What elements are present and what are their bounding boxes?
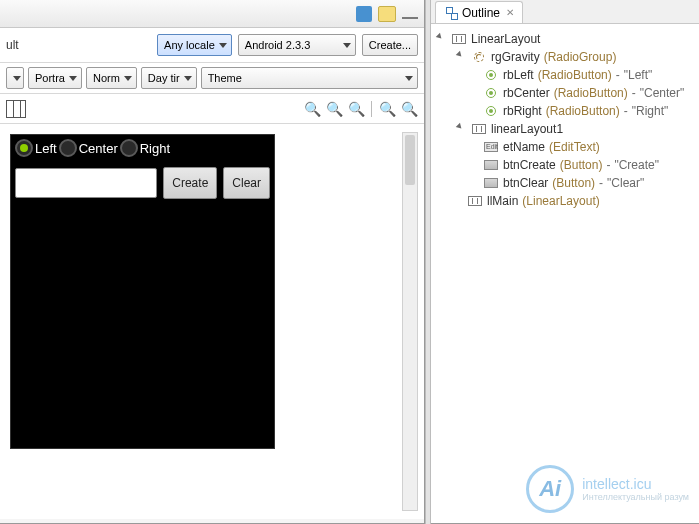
zoom-100-icon[interactable]: 🔍: [347, 100, 365, 118]
config-row-2: Portra Norm Day tir Theme: [0, 63, 424, 94]
theme-value: Theme: [208, 72, 242, 84]
tree-node-rbRight[interactable]: rbRight (RadioButton) - "Right": [435, 102, 695, 120]
outline-icon: [444, 6, 458, 20]
zoom-fit-icon[interactable]: 🔍: [325, 100, 343, 118]
config-row-1: ult Any locale Android 2.3.3 Create...: [0, 28, 424, 63]
close-icon[interactable]: ✕: [506, 7, 514, 18]
config-label-ult: ult: [6, 38, 19, 52]
btnCreate-button[interactable]: Create: [163, 167, 217, 199]
radio-left[interactable]: Left: [15, 139, 57, 157]
radio-left-indicator: [15, 139, 33, 157]
node-name: btnCreate: [503, 158, 556, 172]
node-name: LinearLayout: [471, 32, 540, 46]
expander-icon[interactable]: [455, 51, 467, 63]
node-type: (Button): [560, 158, 603, 172]
tree-node-btnCreate[interactable]: btnCreate (Button) - "Create": [435, 156, 695, 174]
misc-combo-1[interactable]: [6, 67, 24, 89]
tree-node-rgGravity[interactable]: rgGravity (RadioGroup): [435, 48, 695, 66]
tree-node-llMain[interactable]: llMain (LinearLayout): [435, 192, 695, 210]
canvas-scrollbar[interactable]: [402, 132, 418, 511]
tree-node-linearLayout1[interactable]: linearLayout1: [435, 120, 695, 138]
node-name: linearLayout1: [491, 122, 563, 136]
theme-combo[interactable]: Theme: [201, 67, 418, 89]
btnClear-label: Clear: [232, 176, 261, 190]
zoom-out-icon[interactable]: 🔍: [400, 100, 418, 118]
uimode-combo[interactable]: Norm: [86, 67, 137, 89]
chevron-down-icon: [219, 43, 227, 48]
etName-input[interactable]: [15, 168, 157, 198]
radio-center[interactable]: Center: [59, 139, 118, 157]
tree-node-rbLeft[interactable]: rbLeft (RadioButton) - "Left": [435, 66, 695, 84]
node-text: "Right": [632, 104, 669, 118]
zoom-reset-icon[interactable]: 🔍: [303, 100, 321, 118]
node-name: rbRight: [503, 104, 542, 118]
watermark-title: intellect.icu: [582, 476, 689, 492]
daytime-value: Day tir: [148, 72, 180, 84]
node-name: btnClear: [503, 176, 548, 190]
node-type: (RadioButton): [554, 86, 628, 100]
radio-center-indicator: [59, 139, 77, 157]
scrollbar-thumb[interactable]: [405, 135, 415, 185]
chevron-down-icon: [184, 76, 192, 81]
orientation-value: Portra: [35, 72, 65, 84]
expander-icon[interactable]: [435, 33, 447, 45]
button-icon: [484, 178, 498, 188]
platform-combo-value: Android 2.3.3: [245, 39, 310, 51]
tree-node-rbCenter[interactable]: rbCenter (RadioButton) - "Center": [435, 84, 695, 102]
node-text: "Clear": [607, 176, 644, 190]
btnCreate-label: Create: [172, 176, 208, 190]
daytime-combo[interactable]: Day tir: [141, 67, 197, 89]
chevron-down-icon: [124, 76, 132, 81]
watermark-logo: Ai: [526, 465, 574, 513]
locale-combo[interactable]: Any locale: [157, 34, 232, 56]
radiogroup-icon: [474, 52, 484, 62]
create-config-label: Create...: [369, 39, 411, 51]
palette-icon[interactable]: [354, 4, 374, 24]
radio-center-label: Center: [79, 141, 118, 156]
btnClear-button[interactable]: Clear: [223, 167, 270, 199]
node-type: (RadioGroup): [544, 50, 617, 64]
create-config-button[interactable]: Create...: [362, 34, 418, 56]
expander-icon[interactable]: [455, 123, 467, 135]
chevron-down-icon: [69, 76, 77, 81]
linearlayout-icon: [452, 34, 466, 44]
node-type: (RadioButton): [538, 68, 612, 82]
tree-node-btnClear[interactable]: btnClear (Button) - "Clear": [435, 174, 695, 192]
outline-panel: Outline ✕ LinearLayout rgGravity (RadioG…: [431, 0, 699, 524]
tree-node-etName[interactable]: Edit etName (EditText): [435, 138, 695, 156]
node-text: "Center": [640, 86, 685, 100]
node-type: (LinearLayout): [522, 194, 599, 208]
radiobutton-icon: [486, 88, 496, 98]
canvas-toolbar: 🔍 🔍 🔍 🔍 🔍: [0, 94, 424, 124]
radio-left-label: Left: [35, 141, 57, 156]
tree-node-root[interactable]: LinearLayout: [435, 30, 695, 48]
tab-outline[interactable]: Outline ✕: [435, 1, 523, 23]
multi-config-icon[interactable]: [6, 100, 26, 118]
node-name: rbCenter: [503, 86, 550, 100]
radiobutton-icon: [486, 70, 496, 80]
linearlayout-icon: [472, 124, 486, 134]
device-canvas: Left Center Right Create Clear: [0, 124, 424, 519]
node-type: (RadioButton): [546, 104, 620, 118]
radio-right[interactable]: Right: [120, 139, 170, 157]
orientation-combo[interactable]: Portra: [28, 67, 82, 89]
resource-icon[interactable]: [377, 4, 397, 24]
chevron-down-icon: [405, 76, 413, 81]
node-text: "Left": [624, 68, 653, 82]
chevron-down-icon: [343, 43, 351, 48]
node-type: (Button): [552, 176, 595, 190]
zoom-in-icon[interactable]: 🔍: [378, 100, 396, 118]
platform-combo[interactable]: Android 2.3.3: [238, 34, 356, 56]
uimode-value: Norm: [93, 72, 120, 84]
minimize-icon[interactable]: [400, 4, 420, 24]
button-icon: [484, 160, 498, 170]
toolbar-separator: [371, 101, 372, 117]
linearlayout-icon: [468, 196, 482, 206]
watermark: Ai intellect.icu Интеллектуальный разум: [526, 465, 689, 513]
radiobutton-icon: [486, 106, 496, 116]
editor-top-toolbar: [0, 0, 424, 28]
device-preview: Left Center Right Create Clear: [10, 134, 275, 449]
outline-tabbar: Outline ✕: [431, 0, 699, 24]
radio-group-rgGravity[interactable]: Left Center Right: [11, 135, 274, 161]
tab-outline-label: Outline: [462, 6, 500, 20]
